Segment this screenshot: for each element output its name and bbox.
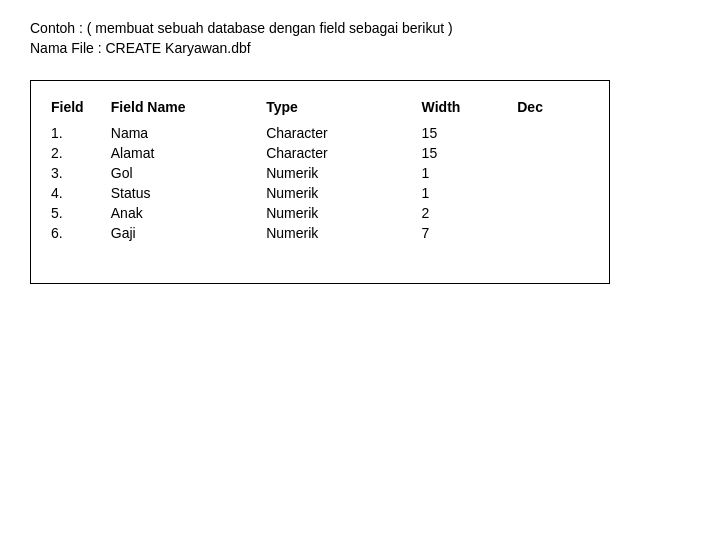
cell-field-4: 4.: [51, 183, 111, 203]
table-container: Field Field Name Type Width Dec 1.NamaCh…: [30, 80, 610, 284]
cell-field_name-1: Nama: [111, 123, 266, 143]
table-header-row: Field Field Name Type Width Dec: [51, 97, 589, 123]
intro-line2: Nama File : CREATE Karyawan.dbf: [30, 40, 690, 56]
header-width: Width: [422, 97, 518, 123]
cell-field_name-5: Anak: [111, 203, 266, 223]
cell-dec-3: [517, 163, 589, 183]
cell-type-1: Character: [266, 123, 421, 143]
header-field: Field: [51, 97, 111, 123]
cell-dec-2: [517, 143, 589, 163]
cell-dec-5: [517, 203, 589, 223]
cell-field_name-2: Alamat: [111, 143, 266, 163]
cell-field-3: 3.: [51, 163, 111, 183]
intro-line1: Contoh : ( membuat sebuah database denga…: [30, 20, 690, 36]
cell-field-1: 1.: [51, 123, 111, 143]
cell-field_name-6: Gaji: [111, 223, 266, 243]
table-row: 3.GolNumerik1: [51, 163, 589, 183]
table-row: 4.StatusNumerik1: [51, 183, 589, 203]
cell-dec-4: [517, 183, 589, 203]
cell-type-4: Numerik: [266, 183, 421, 203]
cell-type-6: Numerik: [266, 223, 421, 243]
cell-width-2: 15: [422, 143, 518, 163]
cell-field_name-3: Gol: [111, 163, 266, 183]
table-row: 6.GajiNumerik7: [51, 223, 589, 243]
cell-width-6: 7: [422, 223, 518, 243]
table-row: 5.AnakNumerik2: [51, 203, 589, 223]
cell-field-5: 5.: [51, 203, 111, 223]
cell-width-1: 15: [422, 123, 518, 143]
cell-field_name-4: Status: [111, 183, 266, 203]
cell-type-2: Character: [266, 143, 421, 163]
cell-type-5: Numerik: [266, 203, 421, 223]
cell-type-3: Numerik: [266, 163, 421, 183]
cell-dec-6: [517, 223, 589, 243]
cell-width-3: 1: [422, 163, 518, 183]
cell-dec-1: [517, 123, 589, 143]
table-row: 1.NamaCharacter15: [51, 123, 589, 143]
database-table: Field Field Name Type Width Dec 1.NamaCh…: [51, 97, 589, 243]
header-type: Type: [266, 97, 421, 123]
header-dec: Dec: [517, 97, 589, 123]
cell-field-2: 2.: [51, 143, 111, 163]
table-row: 2.AlamatCharacter15: [51, 143, 589, 163]
cell-field-6: 6.: [51, 223, 111, 243]
header-field-name: Field Name: [111, 97, 266, 123]
cell-width-4: 1: [422, 183, 518, 203]
cell-width-5: 2: [422, 203, 518, 223]
